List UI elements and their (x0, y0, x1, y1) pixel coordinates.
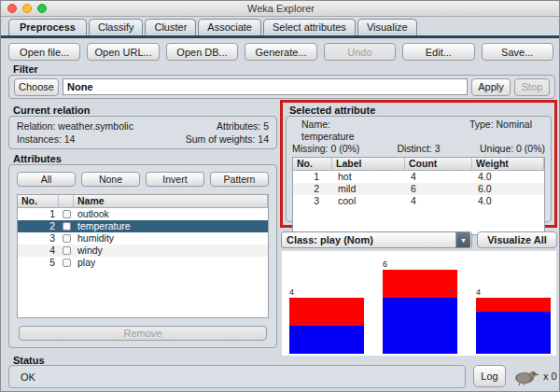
filter-value-field[interactable]: None (63, 78, 468, 95)
attributes-table: No. Name 1outlook2temperature3humidity4w… (17, 194, 269, 318)
selected-attribute-section-label: Selected attribute (289, 105, 375, 116)
label-row-cool[interactable]: 3cool44.0 (293, 195, 544, 207)
attribute-name: outlook (74, 208, 268, 220)
tab-associate[interactable]: Associate (198, 19, 261, 35)
attribute-no: 3 (18, 232, 59, 245)
label-row-mild[interactable]: 2mild66.0 (293, 183, 544, 195)
label-count: 4 (405, 195, 472, 207)
undo-button[interactable]: Undo (324, 43, 396, 61)
bar-count-label: 4 (289, 288, 294, 297)
tab-classify[interactable]: Classify (89, 19, 144, 35)
filter-panel: Choose None Apply Stop (8, 75, 555, 99)
tab-preprocess[interactable]: Preprocess (8, 19, 87, 35)
stop-button[interactable]: Stop (514, 78, 550, 96)
bar-segment-blue (383, 298, 457, 354)
label-count: 6 (405, 183, 472, 195)
window-title: Weka Explorer (1, 3, 560, 14)
histogram-bar-mild (383, 270, 457, 354)
weka-bird-icon (512, 367, 540, 385)
relation-value: Relation: weather.symbolic (17, 119, 133, 133)
attributes-section-label: Attributes (13, 153, 62, 164)
class-selector-row: Class: play (Nom) ▼ Visualize All (281, 231, 557, 249)
weka-explorer-window: Weka Explorer PreprocessClassifyClusterA… (0, 0, 560, 392)
attribute-checkbox[interactable] (63, 246, 71, 255)
tab-cluster[interactable]: Cluster (145, 19, 196, 35)
titlebar: Weka Explorer (1, 1, 560, 17)
pattern-button[interactable]: Pattern (210, 172, 269, 187)
label-weight: 4.0 (472, 171, 544, 183)
histogram-bar-cool (476, 298, 551, 354)
label-no: 3 (293, 195, 332, 207)
toolbar: Open file...Open URL...Open DB...Generat… (8, 43, 553, 61)
label-counts-header: No. Label Count Weight (293, 158, 544, 171)
col-weight: Weight (472, 158, 544, 170)
attr-type-stat: Type: Nominal (461, 119, 545, 143)
generate-button[interactable]: Generate... (245, 43, 316, 61)
status-message: OK (21, 371, 35, 383)
visualize-all-button[interactable]: Visualize All (477, 231, 557, 248)
label-row-hot[interactable]: 1hot44.0 (293, 171, 544, 183)
attribute-no: 5 (18, 257, 59, 269)
attributes-col-checkbox (59, 195, 74, 207)
col-count: Count (405, 158, 472, 170)
label-count: 4 (405, 171, 472, 183)
label-value: cool (332, 195, 405, 207)
attr-unique-stat: Unique: 0 (0%) (461, 143, 545, 155)
save-button[interactable]: Save... (482, 43, 553, 61)
log-counter: x 0 (543, 371, 557, 382)
attribute-checkbox[interactable] (63, 234, 71, 243)
tab-visualize[interactable]: Visualize (357, 19, 417, 35)
remove-button[interactable]: Remove (19, 326, 267, 341)
edit-button[interactable]: Edit... (402, 43, 474, 61)
histogram-bar-hot (289, 298, 364, 354)
attribute-row-humidity[interactable]: 3humidity (18, 232, 268, 245)
label-value: mild (332, 183, 405, 195)
col-no: No. (293, 158, 332, 170)
label-counts-table: No. Label Count Weight 1hot44.02mild66.0… (292, 157, 545, 235)
attribute-no: 2 (18, 220, 59, 232)
all-button[interactable]: All (17, 172, 76, 187)
attribute-name: humidity (74, 232, 268, 245)
attribute-row-temperature[interactable]: 2temperature (18, 220, 268, 232)
label-value: hot (332, 171, 405, 183)
attribute-checkbox[interactable] (63, 210, 71, 218)
log-button[interactable]: Log (473, 365, 506, 387)
current-relation-section-label: Current relation (13, 105, 91, 116)
instances-count: Instances: 14 (17, 133, 75, 146)
bar-count-label: 6 (383, 260, 387, 269)
tab-select-attributes[interactable]: Select attributes (263, 19, 356, 35)
attribute-checkbox[interactable] (63, 259, 71, 267)
open-file-button[interactable]: Open file... (8, 43, 80, 61)
attr-name-stat: Name: temperature (292, 119, 376, 143)
class-dropdown[interactable]: Class: play (Nom) ▼ (281, 231, 472, 248)
attribute-row-outlook[interactable]: 1outlook (18, 208, 268, 220)
attributes-panel: AllNoneInvertPattern No. Name 1outlook2t… (8, 164, 277, 348)
bar-segment-blue (289, 326, 364, 354)
attributes-count: Attributes: 5 (217, 119, 269, 133)
col-label: Label (332, 158, 405, 170)
attribute-no: 1 (18, 208, 59, 220)
apply-button[interactable]: Apply (471, 78, 511, 96)
attribute-name: windy (74, 245, 268, 257)
attribute-row-windy[interactable]: 4windy (18, 245, 268, 257)
label-weight: 6.0 (472, 183, 544, 195)
sum-of-weights: Sum of weights: 14 (186, 133, 269, 146)
open-url-button[interactable]: Open URL... (87, 43, 159, 61)
attribute-name: temperature (74, 220, 268, 232)
invert-button[interactable]: Invert (146, 172, 204, 187)
attribute-checkbox[interactable] (63, 222, 71, 231)
attribute-no: 4 (18, 245, 59, 257)
attribute-histogram: 464 (282, 251, 556, 356)
none-button[interactable]: None (81, 172, 140, 187)
choose-button[interactable]: Choose (14, 78, 59, 96)
attributes-table-header: No. Name (18, 195, 268, 208)
class-dropdown-value: Class: play (Nom) (282, 234, 455, 245)
label-no: 2 (293, 183, 332, 195)
bar-segment-red (289, 298, 364, 326)
bar-count-label: 4 (476, 288, 481, 297)
attr-distinct-stat: Distinct: 3 (376, 143, 460, 155)
bar-segment-red (476, 298, 551, 312)
open-db-button[interactable]: Open DB... (166, 43, 238, 61)
attribute-row-play[interactable]: 5play (18, 257, 268, 269)
attr-missing-stat: Missing: 0 (0%) (292, 143, 376, 155)
